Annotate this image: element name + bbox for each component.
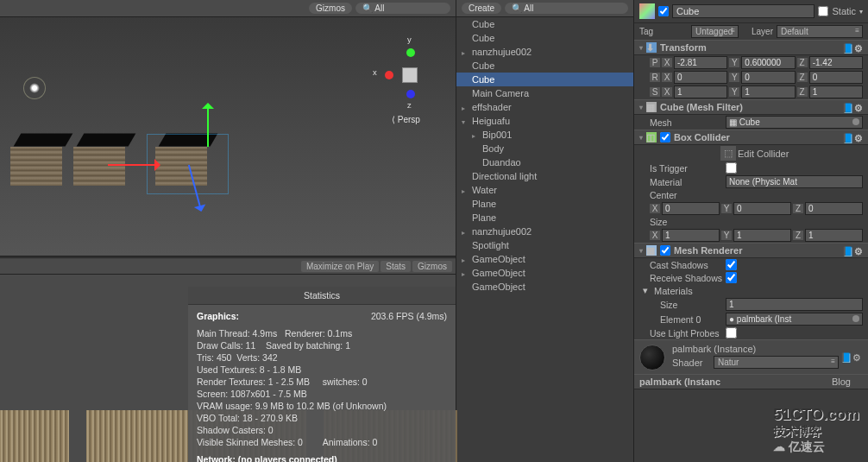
scene-search[interactable]: 🔍 All — [355, 3, 450, 14]
mesh-label: Mesh — [650, 117, 724, 128]
hierarchy-toolbar: Create 🔍 All — [456, 0, 633, 17]
mesh-field[interactable]: ▦ Cube — [726, 116, 863, 129]
hierarchy-item[interactable]: Plane — [456, 197, 633, 211]
collider-enable[interactable] — [660, 132, 670, 142]
help-icon[interactable]: 📘 — [842, 43, 852, 54]
object-name-field[interactable] — [672, 4, 815, 18]
help-icon[interactable]: 📘 — [842, 103, 852, 113]
center-z[interactable] — [805, 202, 863, 215]
game-gizmos-toggle[interactable]: Gizmos — [412, 261, 452, 272]
scene-panel: Gizmos 🔍 All x y z ⟨ Pers — [0, 0, 456, 256]
renderer-enable[interactable] — [660, 245, 670, 256]
game-view[interactable]: Statistics Graphics:203.6 FPS (4.9ms) Ma… — [0, 275, 456, 462]
scene-toolbar: Gizmos 🔍 All — [0, 0, 456, 17]
hierarchy-item[interactable]: ▸nanzhujue002 — [456, 225, 633, 238]
hierarchy-item[interactable]: Body — [456, 142, 633, 155]
gear-icon[interactable]: ⚙ — [854, 133, 865, 143]
orientation-gizmo[interactable]: x y z — [380, 38, 440, 116]
edit-collider-btn[interactable]: ⬚ — [720, 146, 736, 161]
mesh-renderer-header[interactable]: ▾▦ Mesh Renderer 📘⚙ — [634, 243, 868, 258]
mat-size[interactable] — [726, 298, 863, 311]
static-label[interactable]: Static — [832, 6, 856, 16]
create-dropdown[interactable]: Create — [462, 3, 501, 14]
hierarchy-item[interactable]: Plane — [456, 211, 633, 225]
hierarchy-panel: Create 🔍 All CubeCube▸nanzhujue002CubeCu… — [456, 0, 633, 462]
pos-z[interactable] — [809, 56, 863, 69]
tag-label: Tag — [639, 27, 688, 36]
layer-dropdown[interactable]: Default — [777, 25, 863, 38]
hierarchy-item[interactable]: Duandao — [456, 155, 633, 169]
size-z[interactable] — [805, 229, 863, 242]
hierarchy-item[interactable]: ▾Heiguafu — [456, 114, 633, 128]
persp-label[interactable]: ⟨ Persp — [392, 115, 420, 124]
size-x[interactable] — [662, 229, 720, 242]
selection-box — [147, 134, 229, 194]
hierarchy-item[interactable]: Cube — [456, 73, 633, 86]
shader-dropdown[interactable]: Natur — [714, 356, 839, 369]
hierarchy-item[interactable]: Cube — [456, 17, 633, 31]
stats-overlay: Statistics Graphics:203.6 FPS (4.9ms) Ma… — [188, 287, 456, 462]
help-icon[interactable]: 📘 — [842, 246, 852, 256]
gear-icon[interactable]: ⚙ — [852, 352, 863, 363]
box-collider-header[interactable]: ▾◫ Box Collider 📘⚙ — [634, 130, 868, 145]
scale-y[interactable] — [741, 85, 795, 98]
help-icon[interactable]: 📘 — [840, 352, 851, 363]
pos-x[interactable] — [674, 56, 727, 69]
gameobject-icon — [639, 3, 655, 19]
game-toolbar: Maximize on Play Stats Gizmos — [0, 259, 456, 275]
game-panel: Maximize on Play Stats Gizmos Statistics… — [0, 259, 456, 462]
hierarchy-item[interactable]: ▸GameObject — [456, 266, 633, 280]
physic-material-field[interactable]: None (Physic Mat — [726, 175, 863, 188]
scale-z[interactable] — [809, 85, 863, 98]
hierarchy-item[interactable]: Main Camera — [456, 86, 633, 100]
hierarchy-item[interactable]: ▸Water — [456, 183, 633, 197]
gear-icon[interactable]: ⚙ — [854, 246, 865, 256]
hierarchy-item[interactable]: Spotlight — [456, 238, 633, 252]
inspector-panel: Static ▾ Tag Untagged Layer Default ▾⬇ T… — [633, 0, 868, 462]
pos-y[interactable] — [741, 56, 795, 69]
receive-shadows-check[interactable] — [726, 272, 737, 283]
hierarchy-item[interactable]: ▸nanzhujue002 — [456, 45, 633, 59]
mesh-filter-header[interactable]: ▾▦ Cube (Mesh Filter) 📘⚙ — [634, 99, 868, 115]
hierarchy-item[interactable]: ▸effshader — [456, 100, 633, 114]
light-probes-check[interactable] — [726, 327, 737, 339]
hierarchy-item[interactable]: Cube — [456, 59, 633, 73]
static-checkbox[interactable] — [818, 6, 828, 16]
hierarchy-item[interactable]: GameObject — [456, 280, 633, 294]
gear-icon[interactable]: ⚙ — [854, 103, 865, 113]
hierarchy-item[interactable]: ▸Bip001 — [456, 128, 633, 142]
cast-shadows-check[interactable] — [726, 259, 737, 270]
stats-title: Statistics — [188, 287, 456, 305]
hierarchy-item[interactable]: ▸GameObject — [456, 252, 633, 266]
is-trigger-check[interactable] — [726, 162, 737, 174]
light-icon — [29, 83, 40, 93]
material-name: palmbark (Instance) — [672, 344, 839, 354]
gizmos-dropdown[interactable]: Gizmos — [309, 3, 352, 14]
transform-header[interactable]: ▾⬇ Transform 📘⚙ — [634, 40, 868, 55]
hierarchy-item[interactable]: Cube — [456, 31, 633, 45]
gear-icon[interactable]: ⚙ — [854, 43, 865, 54]
maximize-toggle[interactable]: Maximize on Play — [301, 261, 379, 272]
rot-x[interactable] — [674, 71, 727, 84]
tag-dropdown[interactable]: Untagged — [691, 25, 739, 38]
stats-toggle[interactable]: Stats — [381, 261, 411, 272]
center-y[interactable] — [733, 202, 791, 215]
scene-view[interactable]: x y z ⟨ Persp — [0, 17, 456, 256]
material-preview — [639, 345, 665, 370]
rot-y[interactable] — [741, 71, 795, 84]
help-icon[interactable]: 📘 — [842, 133, 852, 143]
hierarchy-search[interactable]: 🔍 All — [505, 3, 628, 14]
center-x[interactable] — [662, 202, 720, 215]
active-checkbox[interactable] — [658, 6, 669, 16]
size-y[interactable] — [733, 229, 791, 242]
hierarchy-list[interactable]: CubeCube▸nanzhujue002CubeCubeMain Camera… — [456, 17, 633, 462]
element-0-field[interactable]: ● palmbark (Inst — [726, 313, 863, 326]
layer-label: Layer — [742, 27, 773, 36]
scale-x[interactable] — [674, 85, 727, 98]
rot-z[interactable] — [809, 71, 863, 84]
hierarchy-item[interactable]: Directional light — [456, 169, 633, 183]
